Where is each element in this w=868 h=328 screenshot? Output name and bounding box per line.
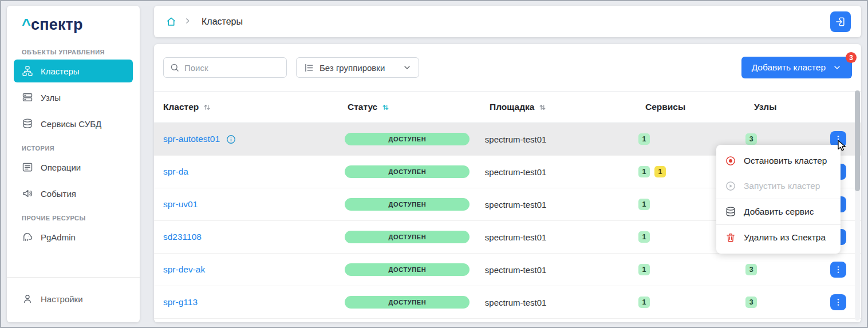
sidebar-item-nodes[interactable]: Узлы — [14, 86, 133, 109]
info-icon[interactable] — [226, 134, 236, 145]
column-header-status: Статус — [348, 102, 377, 112]
sort-icon[interactable] — [538, 103, 547, 112]
breadcrumb-home-button[interactable] — [164, 15, 178, 29]
services-badge-green: 1 — [638, 133, 650, 145]
status-pill: ДОСТУПЕН — [345, 296, 469, 309]
search-input[interactable] — [184, 63, 281, 73]
pgadmin-icon — [22, 231, 33, 243]
site-cell: spectrum-test01 — [485, 200, 638, 210]
exit-button[interactable] — [830, 11, 851, 32]
table-row: spr-dev-ak ДОСТУПЕН spectrum-test01 1 3 — [154, 254, 861, 286]
logo-text: спектр — [31, 16, 83, 33]
dots-vertical-icon — [834, 265, 843, 274]
logo-caret-icon: ^ — [22, 16, 31, 33]
chevron-down-icon — [403, 63, 412, 72]
breadcrumb-current: Кластеры — [202, 17, 243, 27]
section-header-history: ИСТОРИЯ — [22, 145, 125, 152]
person-icon — [22, 293, 33, 305]
services-badge-green: 1 — [638, 264, 650, 275]
sort-icon-active[interactable] — [381, 103, 390, 112]
add-cluster-button[interactable]: Добавить кластер 3 — [741, 57, 852, 78]
home-icon — [165, 16, 177, 27]
sidebar-item-label: Узлы — [41, 93, 61, 102]
row-actions-button[interactable] — [830, 294, 846, 310]
cluster-name-link[interactable]: spr-uv01 — [163, 199, 198, 210]
menu-item-start-cluster: Запустить кластер — [716, 173, 841, 199]
chevron-down-icon — [833, 63, 842, 72]
topbar: Кластеры — [154, 6, 861, 37]
site-cell: spectrum-test01 — [485, 265, 638, 275]
status-pill: ДОСТУПЕН — [345, 133, 469, 145]
notification-badge: 3 — [846, 52, 857, 63]
nodes-icon — [22, 92, 33, 103]
services-badge-green: 1 — [638, 297, 650, 308]
grouping-value: Без группировки — [319, 63, 385, 73]
dots-vertical-icon — [834, 298, 843, 307]
toolbar: Без группировки Добавить кластер 3 — [154, 44, 861, 91]
table-header: Кластер Статус Площадка Сервисы Узлы — [154, 91, 861, 123]
menu-item-stop-cluster[interactable]: Остановить кластер — [716, 148, 841, 173]
cluster-name-link[interactable]: spr-autotest01 — [163, 134, 220, 144]
table-row: spr-g113 ДОСТУПЕН spectrum-test01 1 3 — [154, 286, 861, 319]
scrollbar-thumb[interactable] — [855, 90, 860, 191]
menu-item-label: Остановить кластер — [744, 156, 827, 166]
site-cell: spectrum-test01 — [485, 232, 638, 242]
sidebar: ^спектр ОБЪЕКТЫ УПРАВЛЕНИЯ Кластеры Узлы… — [7, 6, 140, 322]
services-badge-yellow: 1 — [654, 166, 666, 177]
site-cell: spectrum-test01 — [485, 135, 638, 144]
sidebar-item-pgadmin[interactable]: PgAdmin — [14, 226, 133, 248]
operations-icon — [22, 161, 33, 173]
section-header-other-resources: ПРОЧИЕ РЕСУРСЫ — [22, 215, 125, 222]
site-cell: spectrum-test01 — [485, 167, 638, 177]
cluster-name-link[interactable]: spr-dev-ak — [163, 264, 205, 275]
sidebar-item-label: PgAdmin — [41, 232, 76, 242]
db-services-icon — [22, 118, 33, 129]
status-pill: ДОСТУПЕН — [345, 231, 469, 243]
database-icon — [725, 206, 736, 218]
cluster-name-link[interactable]: sd231108 — [163, 232, 202, 242]
grouping-dropdown[interactable]: Без группировки — [296, 57, 419, 78]
grouping-icon — [303, 62, 314, 73]
sidebar-item-events[interactable]: События — [14, 182, 133, 205]
column-header-cluster: Кластер — [163, 102, 199, 112]
play-icon — [725, 180, 736, 192]
sort-icon[interactable] — [203, 103, 211, 112]
column-header-nodes: Узлы — [754, 102, 776, 112]
menu-item-add-service[interactable]: Добавить сервис — [716, 199, 841, 224]
search-box — [163, 57, 287, 78]
search-icon — [169, 62, 180, 73]
menu-item-delete-from-spektr[interactable]: Удалить из Спектра — [716, 225, 841, 250]
nodes-badge: 3 — [745, 264, 757, 275]
sidebar-footer: Настройки — [7, 277, 140, 322]
sidebar-item-label: Настройки — [41, 294, 83, 304]
cluster-name-link[interactable]: spr-g113 — [163, 297, 198, 307]
trash-icon — [725, 232, 736, 243]
sidebar-item-label: События — [41, 189, 76, 199]
status-pill: ДОСТУПЕН — [345, 198, 469, 211]
nodes-badge: 3 — [745, 297, 757, 308]
sidebar-item-label: Операции — [41, 163, 81, 172]
cluster-name-link[interactable]: spr-da — [163, 167, 188, 177]
vertical-scrollbar — [855, 90, 860, 321]
services-badge-green: 1 — [638, 231, 650, 243]
sidebar-item-operations[interactable]: Операции — [14, 156, 133, 179]
exit-icon — [835, 16, 846, 27]
menu-item-label: Добавить сервис — [744, 207, 814, 217]
status-pill: ДОСТУПЕН — [345, 263, 469, 276]
nodes-badge: 3 — [745, 133, 757, 145]
column-header-site: Площадка — [490, 102, 534, 112]
row-context-menu: Остановить кластер Запустить кластер Доб… — [716, 145, 841, 254]
events-icon — [22, 188, 33, 199]
clusters-icon — [22, 65, 33, 77]
breadcrumb-chevron-icon — [184, 17, 191, 27]
stop-icon — [725, 155, 736, 167]
sidebar-item-clusters[interactable]: Кластеры — [14, 60, 133, 82]
sidebar-item-label: Кластеры — [41, 66, 80, 76]
mouse-cursor — [837, 140, 848, 152]
row-actions-button[interactable] — [830, 262, 846, 278]
column-header-services: Сервисы — [645, 102, 685, 112]
add-cluster-label: Добавить кластер — [752, 62, 826, 73]
sidebar-item-db-services[interactable]: Сервисы СУБД — [14, 112, 133, 135]
sidebar-item-settings[interactable]: Настройки — [14, 287, 133, 310]
services-badge-green: 1 — [638, 199, 650, 210]
